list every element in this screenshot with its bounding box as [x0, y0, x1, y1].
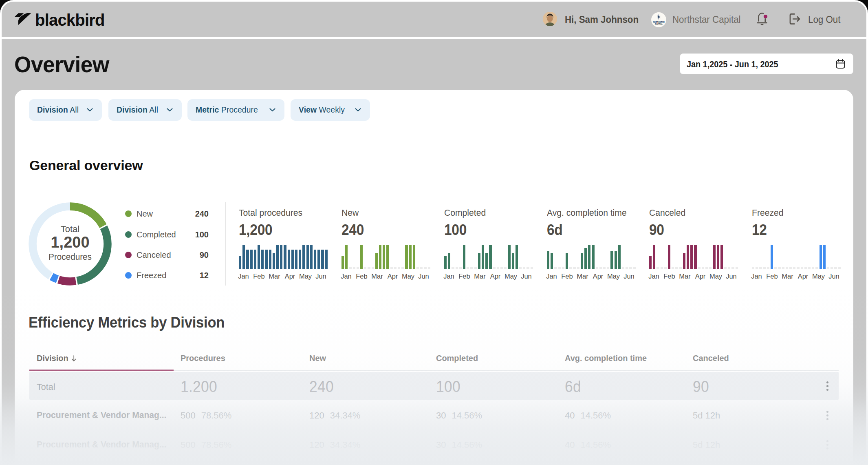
svg-text:NORTHSTAR: NORTHSTAR: [653, 21, 665, 23]
svg-text:CAPITAL: CAPITAL: [655, 23, 663, 25]
